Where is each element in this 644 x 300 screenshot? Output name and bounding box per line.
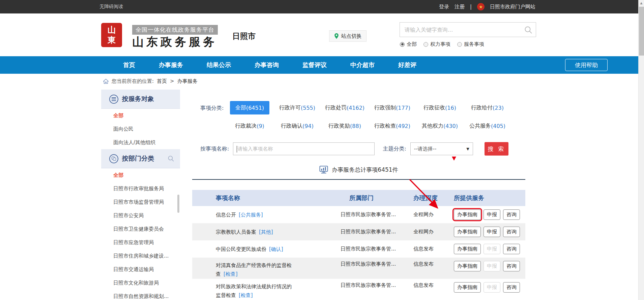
- department-icon: [109, 154, 118, 163]
- item-department: 日照市民族宗教事务管...: [341, 282, 413, 289]
- scroll-up-icon[interactable]: ▲: [639, 1, 644, 5]
- item-name-link[interactable]: 信息公开: [216, 212, 236, 218]
- scope-service-items[interactable]: 服务事项: [457, 41, 484, 47]
- category-tab[interactable]: 行政奖励(88): [326, 119, 363, 133]
- total-items-summary: 办事服务总计事项6451件: [192, 166, 525, 174]
- keyword-search-input[interactable]: [400, 23, 536, 37]
- scope-all[interactable]: 全部: [400, 41, 417, 47]
- table-row: 信息公开[公共服务] 日照市民族宗教事务管... 全程网办 办事指南 申报 咨询: [192, 206, 525, 223]
- item-name-link[interactable]: 宗教教职人员备案: [216, 229, 256, 235]
- category-tab[interactable]: 行政处罚(4162): [323, 101, 367, 114]
- category-tab[interactable]: 其他权力(430): [420, 119, 460, 133]
- category-tab[interactable]: 行政确认(94): [279, 119, 316, 133]
- item-name-link[interactable]: 中国公民变更民族成份: [216, 246, 266, 252]
- topic-select[interactable]: --请选择-- ▼: [410, 142, 473, 155]
- item-name-input[interactable]: [233, 143, 374, 155]
- nav-item-supervision[interactable]: 监督评议: [291, 56, 339, 74]
- city-portal-link[interactable]: 日照市政府门户网站: [490, 4, 535, 10]
- guide-button[interactable]: 办事指南: [454, 261, 481, 271]
- column-item-name: 事项名称: [192, 194, 341, 202]
- category-tab[interactable]: 行政检查(492): [372, 119, 412, 133]
- item-department: 日照市民族宗教事务管...: [341, 246, 413, 252]
- consult-button[interactable]: 咨询: [503, 244, 520, 254]
- sidebar-item-dept[interactable]: 日照市交通运输局: [101, 263, 180, 276]
- nav-item-results[interactable]: 结果公示: [195, 56, 243, 74]
- nav-item-home[interactable]: 首页: [111, 56, 147, 74]
- consult-button[interactable]: 咨询: [503, 227, 520, 237]
- main-content: 事项分类: 全部(6451) 行政许可(555) 行政处罚(4162) 行政强制…: [192, 101, 525, 300]
- department-search-icon[interactable]: [167, 155, 175, 162]
- item-depth: 全程网办: [413, 211, 454, 218]
- search-icon[interactable]: [524, 25, 533, 35]
- category-tab[interactable]: 公共服务(405): [467, 119, 507, 133]
- item-department: 日照市民族宗教事务管...: [341, 261, 413, 267]
- breadcrumb-home[interactable]: 首页: [157, 78, 167, 85]
- item-tag-link[interactable]: [公共服务]: [239, 212, 263, 218]
- apply-button-disabled: 申报: [484, 282, 500, 293]
- sidebar-item-dept[interactable]: 日照市市场监督管理局: [101, 195, 180, 209]
- sidebar-item-dept[interactable]: 日照市行政审批服务局: [101, 182, 180, 195]
- consult-button[interactable]: 咨询: [503, 282, 520, 293]
- section-header-department: 按部门分类: [101, 149, 180, 168]
- category-tab[interactable]: 行政许可(555): [277, 101, 317, 114]
- guide-button[interactable]: 办事指南: [454, 244, 481, 254]
- sidebar-scrollbar-thumb[interactable]: [177, 195, 179, 213]
- category-tab[interactable]: 行政给付(23): [469, 101, 506, 114]
- item-department: 日照市民族宗教事务管...: [341, 229, 413, 235]
- item-name-link[interactable]: 对民族政策和法律法规执行情况的监督检查: [216, 284, 292, 298]
- site-switch-button[interactable]: 站点切换: [329, 30, 367, 42]
- item-tag-link[interactable]: [检查]: [224, 271, 238, 277]
- category-tab-all[interactable]: 全部(6451): [230, 101, 269, 114]
- apply-button[interactable]: 申报: [484, 227, 500, 237]
- section-header-service-target: 按服务对象: [101, 90, 180, 109]
- item-tag-link[interactable]: [其他]: [259, 229, 273, 235]
- help-button[interactable]: 使用帮助: [565, 59, 608, 71]
- guide-button[interactable]: 办事指南: [454, 209, 481, 220]
- table-row: 对民族政策和法律法规执行情况的监督检查[检查] 日照市民族宗教事务管... 信息…: [192, 279, 525, 300]
- category-tab[interactable]: 行政强制(177): [372, 101, 412, 114]
- login-link[interactable]: 登录: [439, 4, 449, 10]
- register-link[interactable]: 注册: [455, 4, 465, 10]
- sidebar-item-dept[interactable]: 日照市公安局: [101, 209, 180, 222]
- nav-item-services[interactable]: 办事服务: [147, 56, 195, 74]
- item-depth: 信息发布: [413, 246, 454, 252]
- guide-button[interactable]: 办事指南: [454, 227, 481, 237]
- page-scrollbar[interactable]: ▲: [638, 0, 644, 300]
- nav-item-consult[interactable]: 办事咨询: [243, 56, 291, 74]
- category-tab[interactable]: 行政征收(16): [421, 101, 458, 114]
- sidebar-item-dept[interactable]: 日照市卫生健康委员会: [101, 222, 180, 236]
- section-divider: [192, 179, 525, 180]
- category-filter-label: 事项分类:: [200, 105, 224, 112]
- table-row: 对清真食品生产经营条件的监督检查[检查] 日照市民族宗教事务管... 信息发布 …: [192, 258, 525, 279]
- sidebar-item-dept[interactable]: 日照市住房和城乡建设...: [101, 249, 180, 263]
- apply-button[interactable]: 申报: [484, 209, 500, 220]
- nav-item-rating[interactable]: 好差评: [386, 56, 428, 74]
- city-name: 日照市: [232, 31, 256, 41]
- sidebar-item-dept-all[interactable]: 全部: [101, 168, 180, 182]
- nav-item-intermediary[interactable]: 中介超市: [339, 56, 386, 74]
- item-tag-link[interactable]: [确认]: [269, 246, 283, 252]
- item-depth: 全程网办: [413, 229, 454, 235]
- list-circle-icon: [109, 95, 118, 104]
- scope-power-items[interactable]: 权力事项: [423, 41, 450, 47]
- sidebar-item-legal-persons[interactable]: 面向法人/其他组织: [101, 136, 180, 149]
- consult-button[interactable]: 咨询: [503, 261, 520, 271]
- table-row: 宗教教职人员备案[其他] 日照市民族宗教事务管... 全程网办 办事指南 申报 …: [192, 223, 525, 240]
- accessibility-link[interactable]: 无障碍阅读: [99, 4, 123, 10]
- sidebar-item-dept[interactable]: 日照市文化和旅游局: [101, 276, 180, 290]
- sidebar-item-dept[interactable]: 日照市应急管理局: [101, 236, 180, 249]
- breadcrumb-separator: >: [170, 78, 174, 84]
- radio-selected-icon: [400, 42, 405, 47]
- search-button[interactable]: 搜 索: [485, 142, 508, 156]
- page-scrollbar-thumb[interactable]: [639, 7, 644, 56]
- sidebar-item-dept[interactable]: 日照市自然资源和规划...: [101, 290, 180, 300]
- item-name-label: 按事项名称:: [200, 145, 229, 153]
- item-tag-link[interactable]: [检查]: [239, 292, 253, 298]
- guide-button[interactable]: 办事指南: [454, 282, 481, 293]
- sidebar-item-target-all[interactable]: 全部: [101, 109, 180, 122]
- category-tab[interactable]: 行政裁决(9): [233, 119, 266, 133]
- top-utility-bar: 无障碍阅读 登录 注册 | ★ 日照市政府门户网站: [0, 0, 644, 13]
- consult-button[interactable]: 咨询: [503, 209, 520, 220]
- sidebar-item-citizens[interactable]: 面向公民: [101, 122, 180, 136]
- department-list: 全部 日照市行政审批服务局 日照市市场监督管理局 日照市公安局 日照市卫生健康委…: [101, 168, 180, 300]
